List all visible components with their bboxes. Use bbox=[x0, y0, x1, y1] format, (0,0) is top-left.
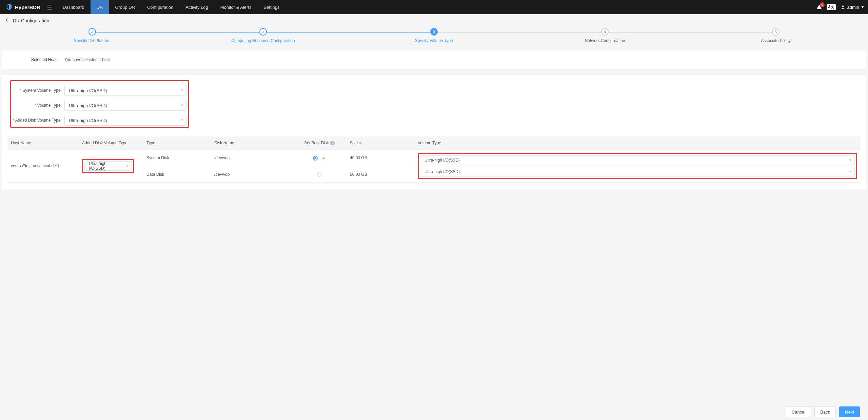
added-disk-volume-type-label: *Added Disk Volume Type: bbox=[11, 118, 62, 123]
nav-item-dr[interactable]: DR bbox=[91, 0, 109, 14]
top-nav: HyperBDR Dashboard DR Group DR Configura… bbox=[0, 0, 868, 14]
nav-items: Dashboard DR Group DR Configuration Acti… bbox=[57, 0, 285, 14]
arrow-left-icon bbox=[5, 18, 9, 22]
nav-item-dashboard[interactable]: Dashboard bbox=[57, 0, 91, 14]
brand-name: HyperBDR bbox=[15, 4, 40, 10]
breadcrumb-title: DR Configuration bbox=[13, 18, 49, 23]
chevron-down-icon bbox=[181, 120, 183, 121]
th-disk-name: Disk Name bbox=[211, 136, 292, 150]
breadcrumb: DR Configuration bbox=[0, 14, 868, 27]
shield-icon bbox=[5, 3, 13, 11]
boot-disk-radio[interactable] bbox=[313, 156, 318, 161]
row-added-disk-volume-type-select[interactable]: Ultra-high I/O(SSD) bbox=[84, 161, 132, 171]
user-icon bbox=[841, 5, 845, 9]
th-added-disk-volume-type: Added Disk Volume Type bbox=[79, 136, 143, 150]
volume-type-select[interactable]: Ultra-high I/O(SSD) bbox=[64, 100, 186, 111]
disk-table: Host Name Added Disk Volume Type Type Di… bbox=[7, 136, 861, 183]
step-5-circle: 5 bbox=[772, 28, 780, 36]
nav-item-settings[interactable]: Settings bbox=[258, 0, 286, 14]
cell-boot: ▲ bbox=[292, 150, 347, 166]
chevron-down-icon bbox=[181, 90, 183, 91]
step-4-label: Network Configuration bbox=[585, 38, 625, 43]
nav-item-group-dr[interactable]: Group DR bbox=[109, 0, 141, 14]
row-volume-type-select-1[interactable]: Ultra-high I/O(SSD) bbox=[420, 167, 855, 176]
step-1-circle bbox=[88, 28, 96, 36]
th-set-boot-disk: Set Boot Diski bbox=[292, 136, 347, 150]
nav-right: 0 A文 admin bbox=[816, 4, 864, 10]
selected-host-ribbon: Selected Host: You have selected 1 host bbox=[2, 50, 866, 69]
hamburger-icon bbox=[47, 5, 53, 9]
step-4-circle: 4 bbox=[601, 28, 609, 36]
volume-type-label: *Volume Type: bbox=[11, 103, 62, 108]
th-type: Type bbox=[143, 136, 211, 150]
menu-toggle-button[interactable] bbox=[43, 5, 57, 9]
step-progress: Specify DR Platform Computing Resource C… bbox=[0, 27, 868, 48]
system-volume-type-select[interactable]: Ultra-high I/O(SSD) bbox=[64, 85, 186, 96]
annotation-highlight-added-disk-select: Ultra-high I/O(SSD) bbox=[82, 159, 134, 173]
step-5[interactable]: 5 Associate Policy bbox=[690, 28, 861, 43]
back-button[interactable] bbox=[5, 18, 9, 23]
annotation-highlight-volume-type-selects: Ultra-high I/O(SSD) Ultra-high I/O(SSD) bbox=[418, 153, 857, 179]
system-volume-type-label: *System Volume Type: bbox=[11, 88, 62, 93]
row-volume-type-select-0[interactable]: Ultra-high I/O(SSD) bbox=[420, 155, 855, 165]
sort-icon bbox=[359, 142, 362, 145]
warning-icon: ▲ bbox=[321, 155, 326, 160]
step-4[interactable]: 4 Network Configuration bbox=[519, 28, 690, 43]
info-icon[interactable]: i bbox=[330, 141, 335, 145]
alerts-button[interactable]: 0 bbox=[816, 4, 822, 10]
step-3-circle: 3 bbox=[430, 28, 438, 36]
cell-type: System Disk bbox=[143, 150, 211, 166]
alerts-badge: 0 bbox=[820, 2, 825, 7]
cell-type: Data Disk bbox=[143, 166, 211, 183]
volume-type-form: *System Volume Type: Ultra-high I/O(SSD)… bbox=[7, 79, 861, 134]
step-2-label: Computing Resource Configuration bbox=[231, 38, 295, 43]
chevron-down-icon bbox=[849, 171, 852, 173]
chevron-down-icon bbox=[849, 160, 852, 161]
step-5-label: Associate Policy bbox=[761, 38, 790, 43]
th-volume-type: Volume Type bbox=[414, 136, 861, 150]
chevron-down-icon bbox=[861, 6, 864, 8]
chevron-down-icon bbox=[126, 165, 129, 167]
step-2[interactable]: Computing Resource Configuration bbox=[178, 28, 349, 43]
user-menu[interactable]: admin bbox=[841, 5, 864, 10]
step-1-label: Specify DR Platform bbox=[74, 38, 111, 43]
cell-size: 40.00 GB bbox=[347, 150, 414, 166]
lang-badge: A文 bbox=[827, 4, 835, 10]
step-3[interactable]: 3 Specify Volume Type bbox=[349, 28, 519, 43]
cell-disk-name: /dev/vda bbox=[211, 150, 292, 166]
check-icon bbox=[91, 30, 94, 34]
step-1[interactable]: Specify DR Platform bbox=[7, 28, 178, 43]
boot-disk-radio[interactable] bbox=[317, 172, 322, 177]
user-name: admin bbox=[847, 5, 859, 10]
cell-boot bbox=[292, 166, 347, 183]
svg-point-0 bbox=[842, 5, 844, 7]
th-size[interactable]: Size bbox=[347, 136, 414, 150]
cell-volume-type: Ultra-high I/O(SSD) Ultra-high I/O(SSD) bbox=[414, 150, 861, 183]
check-icon bbox=[261, 30, 265, 34]
cell-disk-name: /dev/vdb bbox=[211, 166, 292, 183]
nav-item-activity-log[interactable]: Activity Log bbox=[179, 0, 214, 14]
selected-host-label: Selected Host: bbox=[31, 57, 58, 62]
table-row: centos7test.novalocal-de1b Ultra-high I/… bbox=[7, 150, 861, 166]
cell-added-disk-volume-type: Ultra-high I/O(SSD) bbox=[79, 150, 143, 183]
main-panel: *System Volume Type: Ultra-high I/O(SSD)… bbox=[2, 75, 866, 189]
added-disk-volume-type-select[interactable]: Ultra-high I/O(SSD) bbox=[64, 115, 186, 126]
th-host-name: Host Name bbox=[7, 136, 79, 150]
cell-host-name: centos7test.novalocal-de1b bbox=[7, 150, 79, 183]
chevron-down-icon bbox=[181, 105, 183, 106]
step-2-circle bbox=[259, 28, 267, 36]
nav-item-monitor-alerts[interactable]: Monitor & Alerts bbox=[214, 0, 258, 14]
brand-logo: HyperBDR bbox=[3, 3, 43, 11]
cell-size: 50.00 GB bbox=[347, 166, 414, 183]
step-3-label: Specify Volume Type bbox=[415, 38, 453, 43]
nav-item-configuration[interactable]: Configuration bbox=[141, 0, 179, 14]
selected-host-value: You have selected 1 host bbox=[64, 57, 110, 62]
language-button[interactable]: A文 bbox=[827, 4, 835, 10]
